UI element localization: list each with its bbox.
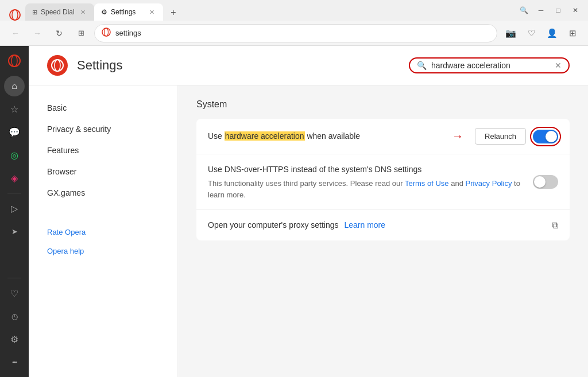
search-icon: 🔍 — [417, 61, 427, 70]
nav-link-rate[interactable]: Rate Opera — [33, 223, 173, 241]
nav-bar: ← → ↻ ⊞ 📷 ♡ 👤 ⊞ — [0, 21, 588, 46]
hardware-accel-toggle[interactable] — [533, 130, 558, 143]
hardware-accel-highlight: hardware acceleration — [225, 131, 305, 141]
nav-item-basic[interactable]: Basic — [33, 98, 173, 118]
dns-label: Use DNS-over-HTTPS instead of the system… — [208, 164, 526, 176]
browser-logo — [5, 9, 25, 21]
sidebar-item-home[interactable]: ⌂ — [4, 76, 25, 96]
sidebar-divider-1 — [7, 193, 21, 193]
new-tab-button[interactable]: + — [165, 5, 181, 21]
sidebar-item-messenger[interactable]: 💬 — [4, 122, 25, 142]
settings-body: Basic Privacy & security Features Browse… — [29, 85, 588, 377]
svg-point-0 — [10, 10, 20, 20]
profile-button[interactable]: 👤 — [543, 25, 560, 42]
sidebar-item-send[interactable]: ➤ — [4, 221, 25, 242]
sidebar-divider-2 — [7, 278, 21, 278]
nav-actions: 📷 ♡ 👤 ⊞ — [502, 25, 581, 42]
tab-grid-button[interactable]: ⊞ — [72, 25, 90, 42]
setting-row-dns: Use DNS-over-HTTPS instead of the system… — [196, 154, 570, 210]
tab-speed-dial-label: Speed Dial — [41, 8, 75, 16]
dns-text: Use DNS-over-HTTPS instead of the system… — [208, 164, 526, 200]
svg-point-2 — [102, 28, 110, 36]
hardware-accel-label-before: Use — [208, 131, 225, 141]
nav-item-browser[interactable]: Browser — [33, 161, 173, 182]
hardware-accel-toggle-track[interactable] — [533, 130, 558, 143]
svg-point-1 — [12, 10, 18, 20]
tab-speed-dial-close[interactable]: ✕ — [78, 7, 87, 17]
settings-page: Settings 🔍 ✕ Basic Privacy & security Fe… — [29, 46, 588, 377]
camera-button[interactable]: 📷 — [502, 25, 519, 42]
dns-toggle-track[interactable] — [533, 175, 558, 189]
settings-search-box[interactable]: 🔍 ✕ — [409, 57, 570, 73]
svg-point-3 — [105, 28, 109, 36]
close-button[interactable]: ✕ — [567, 2, 583, 18]
heart-button[interactable]: ♡ — [523, 25, 540, 42]
title-bar: ⊞ Speed Dial ✕ ⚙ Settings ✕ + 🔍 ─ □ ✕ — [0, 0, 588, 21]
opera-logo-circle — [47, 55, 68, 76]
privacy-policy-link[interactable]: Privacy Policy — [465, 179, 512, 188]
nav-item-privacy[interactable]: Privacy & security — [33, 119, 173, 139]
hardware-accel-label-after: when available — [305, 131, 361, 141]
main-layout: ⌂ ☆ 💬 ◎ ◈ ▷ ➤ ♡ ◷ ⚙ ••• Settings 🔍 ✕ — [0, 46, 588, 377]
tab-strip: ⊞ Speed Dial ✕ ⚙ Settings ✕ + — [5, 0, 516, 21]
settings-content: System Use hardware acceleration when av… — [178, 85, 588, 377]
settings-nav: Basic Privacy & security Features Browse… — [29, 85, 178, 377]
sidebar-item-instagram[interactable]: ◈ — [4, 168, 25, 188]
settings-page-title: Settings — [77, 58, 123, 73]
sidebar-item-whatsapp[interactable]: ◎ — [4, 145, 25, 165]
proxy-label-text: Open your computer's proxy settings — [208, 220, 339, 230]
search-clear-icon[interactable]: ✕ — [555, 61, 562, 70]
proxy-label: Open your computer's proxy settings Lear… — [208, 219, 545, 231]
external-link-icon[interactable]: ⧉ — [552, 220, 558, 231]
sidebar: ⌂ ☆ 💬 ◎ ◈ ▷ ➤ ♡ ◷ ⚙ ••• — [0, 46, 29, 377]
back-button[interactable]: ← — [7, 25, 24, 42]
address-input[interactable] — [115, 29, 490, 37]
nav-item-features[interactable]: Features — [33, 140, 173, 161]
address-bar[interactable] — [94, 24, 497, 42]
tab-gear-icon: ⚙ — [101, 8, 107, 16]
hardware-accel-toggle-thumb — [546, 131, 557, 142]
minimize-button[interactable]: ─ — [533, 2, 549, 18]
tab-settings-label: Settings — [111, 8, 136, 16]
dns-toggle-thumb — [534, 176, 546, 188]
sidebar-item-more[interactable]: ••• — [4, 352, 25, 372]
maximize-button[interactable]: □ — [550, 2, 566, 18]
relaunch-button[interactable]: Relaunch — [475, 128, 526, 145]
hardware-accel-text: Use hardware acceleration when available — [208, 130, 440, 142]
proxy-learn-more-link[interactable]: Learn more — [344, 220, 385, 230]
svg-point-4 — [9, 55, 20, 67]
settings-header: Settings 🔍 ✕ — [29, 46, 588, 85]
sidebar-item-bookmarks[interactable]: ☆ — [4, 99, 25, 119]
tab-speed-dial[interactable]: ⊞ Speed Dial ✕ — [25, 3, 94, 21]
search-button-titlebar[interactable]: 🔍 — [516, 2, 532, 18]
sidebar-item-history[interactable]: ◷ — [4, 306, 25, 327]
settings-search-input[interactable] — [431, 61, 550, 70]
dns-desc-before: This functionality uses third party serv… — [208, 179, 405, 188]
tab-settings[interactable]: ⚙ Settings ✕ — [94, 3, 163, 21]
section-title-system: System — [196, 99, 570, 110]
tab-settings-close[interactable]: ✕ — [147, 7, 156, 17]
nav-link-help[interactable]: Opera help — [33, 242, 173, 260]
dns-toggle[interactable] — [533, 175, 558, 189]
tab-grid-icon: ⊞ — [32, 9, 37, 16]
terms-of-use-link[interactable]: Terms of Use — [405, 179, 449, 188]
sidebar-item-settings[interactable]: ⚙ — [4, 329, 25, 349]
setting-row-proxy: Open your computer's proxy settings Lear… — [196, 210, 570, 240]
dns-desc-mid: and — [449, 179, 466, 188]
svg-point-6 — [52, 60, 63, 71]
arrow-icon: → — [452, 130, 463, 143]
easy-setup-button[interactable]: ⊞ — [564, 25, 581, 42]
proxy-text: Open your computer's proxy settings Lear… — [208, 219, 545, 231]
dns-desc: This functionality uses third party serv… — [208, 178, 526, 200]
sidebar-opera-logo[interactable] — [4, 50, 25, 71]
svg-point-5 — [11, 55, 17, 67]
setting-row-hardware-accel: Use hardware acceleration when available… — [196, 119, 570, 154]
hardware-accel-label: Use hardware acceleration when available — [208, 130, 440, 142]
nav-item-gxgames[interactable]: GX.games — [33, 182, 173, 203]
sidebar-item-video[interactable]: ▷ — [4, 198, 25, 219]
settings-card-system: Use hardware acceleration when available… — [196, 119, 570, 240]
window-controls: 🔍 ─ □ ✕ — [516, 2, 583, 18]
sidebar-item-heart[interactable]: ♡ — [4, 283, 25, 304]
refresh-button[interactable]: ↻ — [51, 25, 68, 42]
forward-button[interactable]: → — [29, 25, 46, 42]
